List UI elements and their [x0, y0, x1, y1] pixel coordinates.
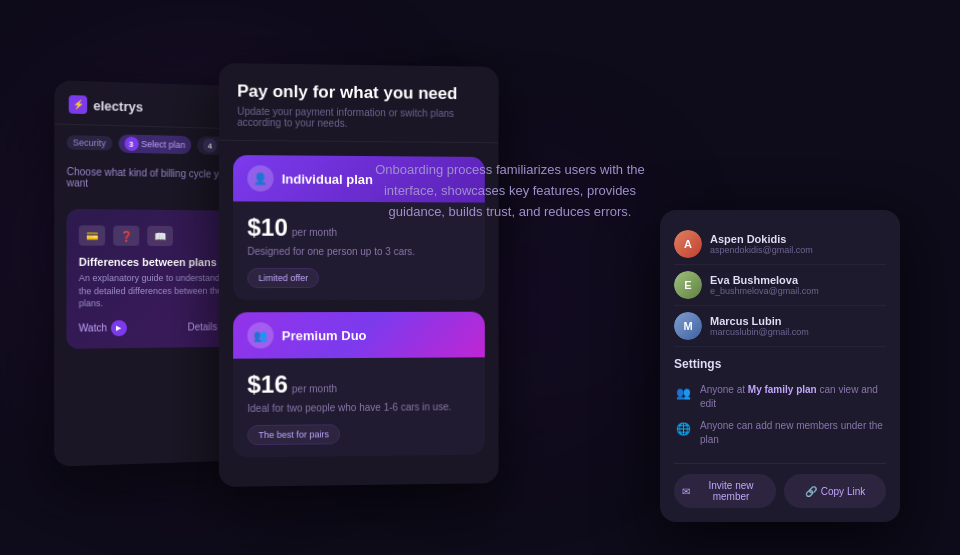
feature-card: 💳 ❓ 📖 Differences between plans An expla…: [66, 209, 241, 349]
user-email-marcus: marcuslubin@gmail.com: [710, 327, 809, 337]
premium-price-amount: $16: [247, 370, 287, 398]
watch-button[interactable]: Watch ▶: [79, 320, 127, 337]
premium-plan-desc: Ideal for two people who have 1-6 cars i…: [247, 401, 471, 414]
user-name-marcus: Marcus Lubin: [710, 315, 809, 327]
copy-link-label: Copy Link: [821, 486, 865, 497]
invite-icon: ✉: [682, 486, 690, 497]
user-email-aspen: aspendokidis@gmail.com: [710, 245, 813, 255]
copy-link-button[interactable]: 🔗 Copy Link: [784, 474, 886, 508]
right-card: A Aspen Dokidis aspendokidis@gmail.com E…: [660, 210, 900, 522]
feature-desc: An explanatory guide to understand the d…: [79, 272, 230, 310]
premium-plan-name: Premium Duo: [282, 327, 367, 342]
premium-price-period: per month: [292, 383, 337, 394]
settings-text-view: Anyone at My family plan can view and ed…: [700, 383, 886, 411]
logo-icon: ⚡: [69, 95, 87, 114]
middle-card-subtitle: Update your payment information or switc…: [237, 106, 481, 131]
individual-plan-desc: Designed for one person up to 3 cars.: [247, 246, 471, 257]
step-4-num: 4: [203, 138, 217, 152]
card-icon: 💳: [79, 225, 105, 245]
step-security: Security: [67, 135, 112, 150]
step-security-label: Security: [73, 137, 106, 148]
user-email-eva: e_bushmelova@gmail.com: [710, 286, 819, 296]
question-icon: ❓: [113, 226, 139, 246]
individual-price-amount: $10: [247, 214, 287, 242]
play-icon: ▶: [111, 320, 127, 336]
user-name-aspen: Aspen Dokidis: [710, 233, 813, 245]
globe-icon: 🌐: [674, 420, 692, 438]
avatar-letter-e: E: [674, 271, 702, 299]
premium-plan-badge: The best for pairs: [247, 424, 340, 445]
premium-plan-price: $16 per month: [247, 369, 471, 399]
user-avatar-eva: E: [674, 271, 702, 299]
individual-plan-avatar: 👤: [247, 165, 273, 191]
middle-card: Pay only for what you need Update your p…: [219, 63, 499, 487]
middle-card-header: Pay only for what you need Update your p…: [219, 63, 499, 143]
feature-actions: Watch ▶ Details →: [79, 319, 229, 336]
user-avatar-aspen: A: [674, 230, 702, 258]
avatar-letter-m: M: [674, 312, 702, 340]
settings-section: Settings 👥 Anyone at My family plan can …: [674, 357, 886, 451]
settings-highlight-plan: My family plan: [748, 384, 817, 395]
invite-label: Invite new member: [694, 480, 768, 502]
settings-text-add: Anyone can add new members under the pla…: [700, 419, 886, 447]
step-select-plan[interactable]: 3 Select plan: [118, 134, 191, 154]
scene: ⚡ electrys Security 3 Select plan 4 Add …: [0, 0, 960, 555]
premium-plan-header: 👥 Premium Duo: [233, 312, 485, 359]
user-avatar-marcus: M: [674, 312, 702, 340]
premium-plan-card[interactable]: 👥 Premium Duo $16 per month Ideal for tw…: [233, 312, 485, 458]
book-icon: 📖: [147, 226, 173, 246]
premium-plan-avatar: 👥: [247, 322, 273, 348]
people-icon: 👥: [674, 384, 692, 402]
user-info-marcus: Marcus Lubin marcuslubin@gmail.com: [710, 315, 809, 337]
user-info-aspen: Aspen Dokidis aspendokidis@gmail.com: [710, 233, 813, 255]
user-name-eva: Eva Bushmelova: [710, 274, 819, 286]
right-card-footer: ✉ Invite new member 🔗 Copy Link: [674, 463, 886, 508]
user-item-aspen: A Aspen Dokidis aspendokidis@gmail.com: [674, 224, 886, 265]
center-description: Onboarding process familiarizes users wi…: [370, 160, 650, 222]
link-icon: 🔗: [805, 486, 817, 497]
settings-item-add: 🌐 Anyone can add new members under the p…: [674, 415, 886, 451]
feature-title: Differences between plans: [79, 256, 230, 268]
invite-member-button[interactable]: ✉ Invite new member: [674, 474, 776, 508]
watch-label: Watch: [79, 323, 107, 334]
middle-card-title: Pay only for what you need: [237, 81, 481, 104]
individual-price-period: per month: [292, 227, 337, 238]
individual-plan-name: Individual plan: [282, 171, 373, 187]
step-3-num: 3: [124, 137, 138, 152]
step-select-plan-label: Select plan: [141, 139, 185, 150]
settings-text-before: Anyone at: [700, 384, 748, 395]
premium-plan-body: $16 per month Ideal for two people who h…: [233, 357, 485, 457]
users-list: A Aspen Dokidis aspendokidis@gmail.com E…: [674, 224, 886, 347]
user-item-marcus: M Marcus Lubin marcuslubin@gmail.com: [674, 306, 886, 347]
settings-title: Settings: [674, 357, 886, 371]
settings-item-view: 👥 Anyone at My family plan can view and …: [674, 379, 886, 415]
logo-text: electrys: [93, 97, 143, 114]
individual-plan-badge: Limited offer: [247, 268, 319, 288]
feature-icons: 💳 ❓ 📖: [79, 225, 230, 246]
user-info-eva: Eva Bushmelova e_bushmelova@gmail.com: [710, 274, 819, 296]
avatar-letter-a: A: [674, 230, 702, 258]
center-description-text: Onboarding process familiarizes users wi…: [370, 160, 650, 222]
details-label: Details: [188, 322, 218, 333]
user-item-eva: E Eva Bushmelova e_bushmelova@gmail.com: [674, 265, 886, 306]
